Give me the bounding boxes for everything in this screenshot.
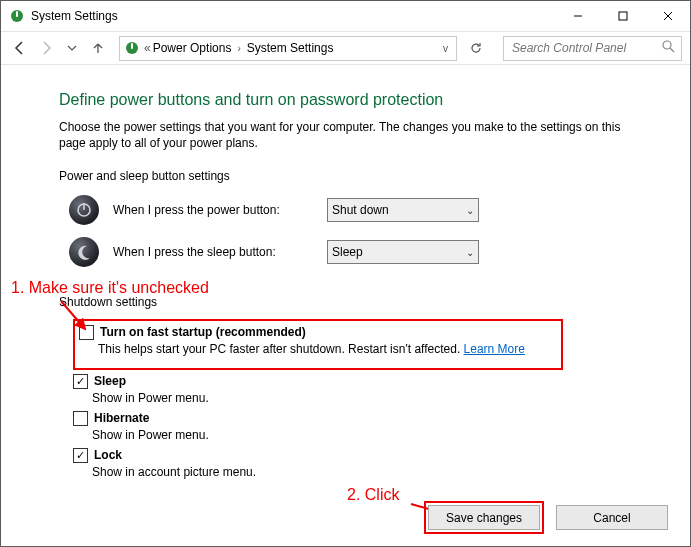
fast-startup-option: Turn on fast startup (recommended) — [79, 325, 557, 340]
sleep-button-row: When I press the sleep button: Sleep ⌄ — [69, 237, 632, 267]
svg-rect-1 — [16, 11, 18, 17]
window-controls — [555, 1, 690, 31]
page-subhead: Choose the power settings that you want … — [59, 119, 632, 151]
lock-option-desc: Show in account picture menu. — [92, 465, 632, 479]
system-settings-window: System Settings « Power Options — [0, 0, 691, 547]
learn-more-link[interactable]: Learn More — [464, 342, 525, 356]
search-icon — [662, 40, 675, 56]
sleep-icon — [69, 237, 99, 267]
svg-line-12 — [61, 301, 85, 329]
lock-checkbox[interactable] — [73, 448, 88, 463]
chevron-down-icon: ⌄ — [466, 205, 474, 216]
hibernate-option-label: Hibernate — [94, 411, 149, 425]
nav-recent-button[interactable] — [61, 37, 83, 59]
svg-rect-7 — [131, 43, 133, 49]
sleep-button-label: When I press the sleep button: — [113, 245, 313, 259]
sleep-option: Sleep — [73, 374, 632, 389]
minimize-button[interactable] — [555, 1, 600, 31]
nav-up-button[interactable] — [87, 37, 109, 59]
svg-rect-3 — [619, 12, 627, 20]
search-input[interactable] — [510, 40, 675, 56]
nav-back-button[interactable] — [9, 37, 31, 59]
fast-startup-label: Turn on fast startup (recommended) — [100, 325, 306, 339]
shutdown-section: Shutdown settings Turn on fast startup (… — [59, 295, 632, 479]
breadcrumb-item[interactable]: System Settings — [247, 41, 334, 55]
svg-point-8 — [663, 41, 671, 49]
fast-startup-desc: This helps start your PC faster after sh… — [98, 342, 557, 356]
cancel-button[interactable]: Cancel — [556, 505, 668, 530]
section-shutdown-title: Shutdown settings — [59, 295, 632, 309]
hibernate-option: Hibernate — [73, 411, 632, 426]
refresh-button[interactable] — [465, 37, 487, 59]
sleep-button-select[interactable]: Sleep ⌄ — [327, 240, 479, 264]
content: Define power buttons and turn on passwor… — [1, 65, 690, 479]
address-bar[interactable]: « Power Options › System Settings v — [119, 36, 457, 61]
sleep-option-label: Sleep — [94, 374, 126, 388]
close-button[interactable] — [645, 1, 690, 31]
save-changes-button[interactable]: Save changes — [428, 505, 540, 530]
power-icon — [69, 195, 99, 225]
power-button-select[interactable]: Shut down ⌄ — [327, 198, 479, 222]
sleep-checkbox[interactable] — [73, 374, 88, 389]
footer: Save changes Cancel — [424, 501, 668, 534]
sleep-option-desc: Show in Power menu. — [92, 391, 632, 405]
hibernate-option-desc: Show in Power menu. — [92, 428, 632, 442]
annotation-arrow-1 — [59, 299, 99, 339]
chevron-right-icon: › — [233, 43, 244, 54]
hibernate-checkbox[interactable] — [73, 411, 88, 426]
breadcrumb-prefix-chevron[interactable]: « — [144, 41, 151, 55]
svg-line-9 — [670, 48, 674, 52]
window-title: System Settings — [31, 9, 118, 23]
chevron-down-icon[interactable]: v — [439, 43, 452, 54]
navbar: « Power Options › System Settings v — [1, 32, 690, 65]
section-power-sleep-title: Power and sleep button settings — [59, 169, 632, 183]
power-button-row: When I press the power button: Shut down… — [69, 195, 632, 225]
power-options-icon — [9, 8, 25, 24]
power-options-icon — [124, 40, 140, 56]
page-heading: Define power buttons and turn on passwor… — [59, 91, 632, 109]
maximize-button[interactable] — [600, 1, 645, 31]
search-box[interactable] — [503, 36, 682, 61]
titlebar-left: System Settings — [1, 8, 118, 24]
breadcrumb-item[interactable]: Power Options — [153, 41, 232, 55]
power-button-value: Shut down — [332, 203, 389, 217]
lock-option: Lock — [73, 448, 632, 463]
annotation-2: 2. Click — [347, 486, 399, 504]
breadcrumb: « Power Options › System Settings — [144, 41, 333, 55]
save-highlight: Save changes — [424, 501, 544, 534]
power-button-label: When I press the power button: — [113, 203, 313, 217]
nav-forward-button[interactable] — [35, 37, 57, 59]
fast-startup-highlight: Turn on fast startup (recommended) This … — [73, 319, 563, 370]
lock-option-label: Lock — [94, 448, 122, 462]
chevron-down-icon: ⌄ — [466, 247, 474, 258]
titlebar: System Settings — [1, 1, 690, 32]
sleep-button-value: Sleep — [332, 245, 363, 259]
